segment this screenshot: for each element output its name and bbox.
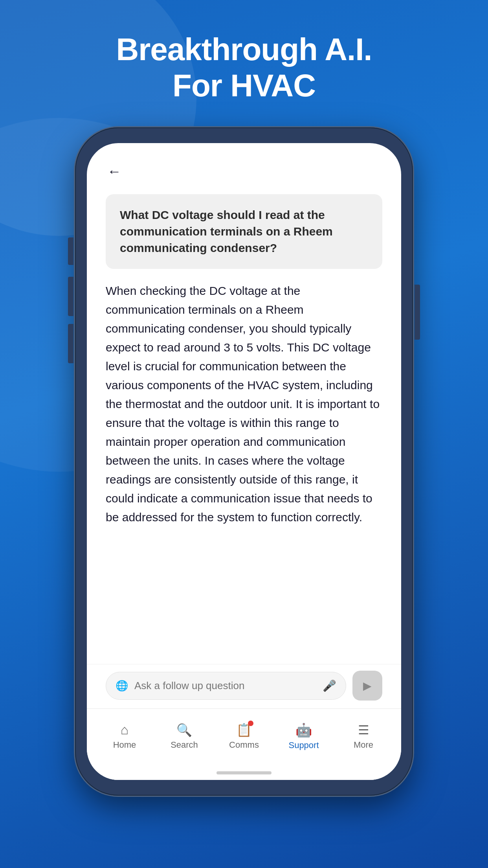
- home-bar: [216, 771, 272, 774]
- microphone-icon[interactable]: 🎤: [323, 679, 336, 692]
- search-icon: 🔍: [176, 723, 192, 737]
- follow-up-input[interactable]: [134, 680, 316, 692]
- comms-badge: [248, 721, 253, 726]
- question-text: What DC voltage should I read at the com…: [120, 207, 368, 256]
- send-arrow-icon: ▶: [363, 679, 372, 692]
- phone-screen: ← What DC voltage should I read at the c…: [87, 143, 401, 780]
- page-title: Breakthrough A.I. For HVAC: [116, 31, 372, 104]
- support-label: Support: [288, 740, 319, 750]
- volume-down-button: [68, 324, 73, 363]
- question-bubble: What DC voltage should I read at the com…: [106, 194, 382, 269]
- home-icon: ⌂: [121, 722, 129, 737]
- home-indicator: [87, 771, 401, 780]
- volume-mute-button: [68, 237, 73, 265]
- screen-content: ← What DC voltage should I read at the c…: [87, 143, 401, 780]
- search-label: Search: [171, 740, 198, 750]
- input-area: 🌐 🎤 ▶: [87, 664, 401, 708]
- nav-item-search[interactable]: 🔍 Search: [163, 723, 206, 750]
- globe-icon: 🌐: [116, 680, 128, 692]
- comms-label: Comms: [229, 740, 259, 750]
- nav-item-home[interactable]: ⌂ Home: [103, 722, 146, 750]
- comms-icon: 📋: [236, 722, 252, 737]
- back-button[interactable]: ←: [106, 163, 123, 180]
- nav-item-support[interactable]: 🤖 Support: [282, 722, 325, 750]
- top-bar: ←: [87, 143, 401, 188]
- send-button[interactable]: ▶: [352, 671, 382, 701]
- input-container: 🌐 🎤: [106, 672, 346, 700]
- more-label: More: [354, 740, 373, 750]
- back-arrow-icon: ←: [107, 164, 121, 178]
- support-robot-icon: 🤖: [295, 722, 312, 738]
- power-button: [415, 285, 420, 340]
- home-label: Home: [113, 740, 136, 750]
- bottom-nav: ⌂ Home 🔍 Search 📋 Comms 🤖 Support: [87, 708, 401, 771]
- answer-area: When checking the DC voltage at the comm…: [87, 278, 401, 664]
- phone-frame: ← What DC voltage should I read at the c…: [75, 127, 413, 796]
- more-icon: ☰: [358, 723, 369, 737]
- nav-item-comms[interactable]: 📋 Comms: [222, 722, 266, 750]
- nav-item-more[interactable]: ☰ More: [342, 723, 385, 750]
- volume-up-button: [68, 277, 73, 316]
- answer-text: When checking the DC voltage at the comm…: [106, 281, 382, 527]
